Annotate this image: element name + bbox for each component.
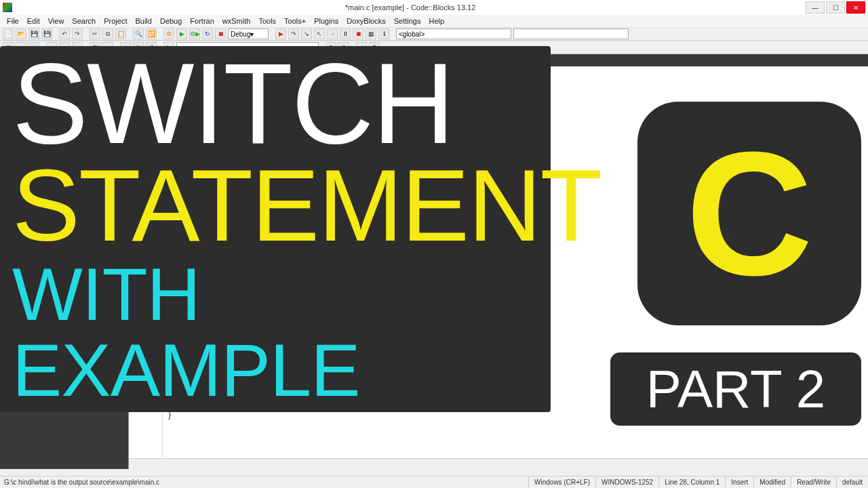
overlay-language-badge: C bbox=[637, 102, 861, 325]
debug-pause-icon[interactable]: ⏸ bbox=[340, 28, 351, 39]
cut-icon[interactable]: ✂ bbox=[90, 28, 100, 39]
overlay-line2: STATEMENT bbox=[12, 155, 538, 256]
debug-start-icon[interactable]: ▶ bbox=[275, 28, 286, 39]
menu-build[interactable]: Build bbox=[131, 16, 155, 26]
replace-icon[interactable]: 🔁 bbox=[146, 28, 157, 39]
find-icon[interactable]: 🔍 bbox=[133, 28, 144, 39]
close-button[interactable]: ✕ bbox=[846, 1, 865, 14]
menu-fortran[interactable]: Fortran bbox=[186, 16, 218, 26]
minimize-button[interactable]: — bbox=[806, 1, 825, 14]
copy-icon[interactable]: ⧉ bbox=[102, 28, 113, 39]
debug-stop-icon[interactable]: ⏹ bbox=[353, 28, 363, 39]
redo-icon[interactable]: ↷ bbox=[72, 28, 83, 39]
menu-debug[interactable]: Debug bbox=[156, 16, 186, 26]
overlay-line3: WITH EXAMPLE bbox=[12, 256, 538, 408]
symbol-combo[interactable] bbox=[513, 28, 629, 39]
debug-info-icon[interactable]: ℹ bbox=[378, 28, 389, 39]
menu-doxyblocks[interactable]: DoxyBlocks bbox=[342, 16, 389, 26]
open-file-icon[interactable]: 📂 bbox=[16, 28, 26, 39]
debug-next-icon[interactable]: → bbox=[327, 28, 338, 39]
save-all-icon[interactable]: 💾 bbox=[41, 28, 52, 39]
rebuild-icon[interactable]: ↻ bbox=[202, 28, 213, 39]
menu-view[interactable]: View bbox=[44, 16, 68, 26]
menu-settings[interactable]: Settings bbox=[390, 16, 425, 26]
maximize-button[interactable]: ☐ bbox=[826, 1, 845, 14]
overlay-title-panel: SWITCH STATEMENT WITH EXAMPLE bbox=[0, 46, 551, 412]
paste-icon[interactable]: 📋 bbox=[115, 28, 126, 39]
status-insert: Insert bbox=[725, 476, 753, 488]
scope-combo[interactable]: <global> bbox=[396, 28, 511, 39]
overlay-part-badge: PART 2 bbox=[610, 352, 861, 426]
app-icon bbox=[3, 3, 12, 12]
new-file-icon[interactable]: 📄 bbox=[3, 28, 14, 39]
debug-stepover-icon[interactable]: ↷ bbox=[288, 28, 299, 39]
debug-stepout-icon[interactable]: ↖ bbox=[314, 28, 325, 39]
menu-tools[interactable]: Tools bbox=[254, 16, 280, 26]
menu-wxsmith[interactable]: wxSmith bbox=[218, 16, 255, 26]
save-icon[interactable]: 💾 bbox=[28, 28, 39, 39]
status-bar: G:\c hindi\what is the output source\exa… bbox=[0, 476, 868, 488]
status-profile: default bbox=[836, 476, 868, 488]
window-title: *main.c [example] - Code::Blocks 13.12 bbox=[16, 3, 804, 12]
undo-icon[interactable]: ↶ bbox=[59, 28, 70, 39]
run-icon[interactable]: ▶ bbox=[176, 28, 187, 39]
horizontal-scrollbar[interactable] bbox=[129, 458, 868, 469]
overlay-letter-c: C bbox=[686, 113, 813, 315]
debug-stepinto-icon[interactable]: ↘ bbox=[301, 28, 312, 39]
menu-project[interactable]: Project bbox=[100, 16, 131, 26]
status-modified: Modified bbox=[753, 476, 791, 488]
status-path: G:\c hindi\what is the output source\exa… bbox=[0, 479, 163, 486]
menu-search[interactable]: Search bbox=[68, 16, 100, 26]
build-target-combo[interactable]: Debug ▾ bbox=[228, 28, 269, 39]
window-titlebar: *main.c [example] - Code::Blocks 13.12 —… bbox=[0, 0, 868, 15]
menu-plugins[interactable]: Plugins bbox=[310, 16, 342, 26]
overlay-line1: SWITCH bbox=[12, 53, 538, 155]
build-run-icon[interactable]: ⚙▶ bbox=[189, 28, 200, 39]
menu-edit[interactable]: Edit bbox=[23, 16, 44, 26]
status-eol: Windows (CR+LF) bbox=[528, 476, 595, 488]
status-readwrite: Read/Write bbox=[791, 476, 836, 488]
menu-toolsplus[interactable]: Tools+ bbox=[280, 16, 310, 26]
debug-window-icon[interactable]: ▦ bbox=[366, 28, 376, 39]
status-cursor-pos: Line 28, Column 1 bbox=[658, 476, 725, 488]
overlay-part-text: PART 2 bbox=[646, 359, 825, 420]
toolbar-row-1: 📄 📂 💾 💾 ↶ ↷ ✂ ⧉ 📋 🔍 🔁 ⚙ ▶ ⚙▶ ↻ ⏹ Debug ▾… bbox=[0, 27, 868, 41]
status-encoding: WINDOWS-1252 bbox=[595, 476, 658, 488]
abort-icon[interactable]: ⏹ bbox=[215, 28, 226, 39]
menu-file[interactable]: File bbox=[3, 16, 23, 26]
build-icon[interactable]: ⚙ bbox=[163, 28, 174, 39]
menu-help[interactable]: Help bbox=[425, 16, 448, 26]
menu-bar: File Edit View Search Project Build Debu… bbox=[0, 15, 868, 27]
